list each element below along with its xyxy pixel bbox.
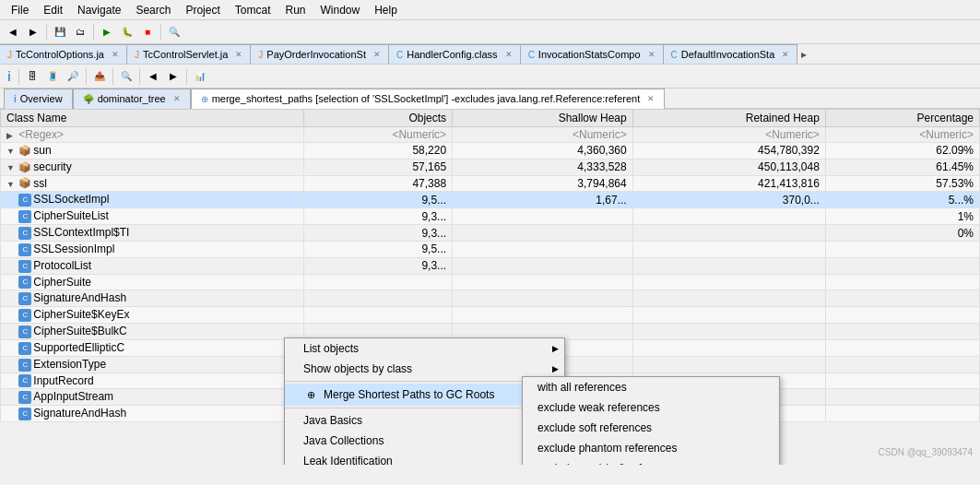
file-tab-0[interactable]: J TcControlOptions.ja ✕ [0,44,127,65]
table-row[interactable]: CSSLSessionImpl 9,5... [1,241,980,257]
search-btn[interactable]: 🔍 [117,67,136,86]
tabs-overflow-btn[interactable]: ▸ [797,46,810,63]
inspector-btn[interactable]: 🔎 [64,67,82,86]
tab-close-0[interactable]: ✕ [112,50,119,59]
submenu-item-excl-weak[interactable]: exclude weak references [523,397,779,418]
submenu-item-excl-soft[interactable]: exclude soft references [523,418,779,438]
view-tab-merge[interactable]: ⊕ merge_shortest_paths [selection of 'SS… [191,89,666,109]
table-row[interactable]: CCipherSuite [1,274,980,290]
cell-classname: CCipherSuite$BulkC [1,324,304,340]
menu-tomcat[interactable]: Tomcat [228,2,278,18]
tab-label-4: InvocationStatsCompo [538,49,641,60]
tab-close-4[interactable]: ✕ [648,50,655,59]
cell-shallow [453,307,633,324]
pkg-icon: 📦 [18,145,31,158]
cell-objects: <Numeric> [304,127,453,143]
debug-button[interactable]: 🐛 [118,23,136,41]
cell-classname: CProtocolList [1,257,304,274]
sep2 [93,24,94,41]
cell-retained [632,257,825,274]
save-all-button[interactable]: 🗂 [71,23,89,41]
cell-shallow: 1,67... [453,192,633,208]
submenu-item-all-refs[interactable]: with all references [523,377,779,397]
col-shallow[interactable]: Shallow Heap [453,110,633,127]
menu-window[interactable]: Window [313,2,368,18]
menu-search[interactable]: Search [128,2,178,18]
menu-file[interactable]: File [4,2,36,18]
cell-pct [825,356,979,373]
cell-objects [304,290,453,307]
expand-icon[interactable]: ▼ [6,147,16,156]
merge-close[interactable]: ✕ [647,94,655,103]
cell-objects [304,274,453,290]
menu-project[interactable]: Project [178,2,227,18]
col-pct[interactable]: Percentage [825,110,979,127]
cell-retained: <Numeric> [632,127,825,143]
back-button[interactable]: ◀ [4,23,22,41]
sep5 [86,68,87,85]
cell-retained [632,339,825,356]
cell-classname: CSignatureAndHash [1,406,304,422]
table-row[interactable]: CSSLContextImpl$TI 9,3... 0% [1,225,980,242]
cell-retained [632,290,825,307]
tab-close-2[interactable]: ✕ [373,50,381,59]
chart-btn[interactable]: 📊 [191,67,209,86]
class-icon: C [18,194,31,207]
watermark: CSDN @qq_39093474 [879,447,973,457]
heap-btn[interactable]: 🗄 [23,67,41,86]
menu-help[interactable]: Help [367,2,405,18]
col-classname[interactable]: Class Name [1,110,304,127]
file-tab-4[interactable]: C InvocationStatsCompo ✕ [521,44,664,65]
table-row[interactable]: ▼ 📦sun 58,220 4,360,360 454,780,392 62.0… [1,143,980,160]
ctx-merge-paths-label: Merge Shortest Paths to GC Roots [324,388,494,401]
cell-retained [632,307,825,324]
file-tab-1[interactable]: J TcControlServlet.ja ✕ [127,44,251,65]
tab-icon-1: J [135,50,139,60]
dominator-close[interactable]: ✕ [173,94,181,103]
file-tab-5[interactable]: C DefaultInvocationSta ✕ [664,44,798,65]
cell-pct: 1% [825,208,979,225]
class-icon: C [18,227,31,240]
table-row[interactable]: CSSLSocketImpl 9,5... 1,67... 370,0... 5… [1,192,980,208]
expand-icon[interactable]: ▼ [6,163,16,172]
ctx-item-list-objects[interactable]: List objects [285,338,564,359]
table-row[interactable]: ▼ 📦security 57,165 4,333,528 450,113,048… [1,159,980,175]
forward-button[interactable]: ▶ [24,23,42,41]
class-icon: C [18,374,31,387]
expand-icon[interactable]: ▼ [6,180,16,189]
thread-btn[interactable]: 🧵 [43,67,62,86]
menu-run[interactable]: Run [277,2,313,18]
table-row[interactable]: CCipherSuiteList 9,3... 1% [1,208,980,225]
file-tab-2[interactable]: J PayOrderInvocationSt ✕ [251,44,389,65]
view-tab-dominator[interactable]: 🌳 dominator_tree ✕ [73,89,191,109]
stop-button[interactable]: ■ [138,23,157,41]
table-row[interactable]: ▼ 📦ssl 47,388 3,794,864 421,413,816 57.5… [1,175,980,192]
overview-icon: i [14,94,17,104]
prev-btn[interactable]: ◀ [144,67,162,86]
col-retained[interactable]: Retained Heap [632,110,825,127]
file-tab-3[interactable]: C HandlerConfig.class ✕ [389,44,521,65]
cell-pct [825,389,979,406]
col-objects[interactable]: Objects [304,110,453,127]
view-tab-overview[interactable]: i Overview [4,89,73,109]
tab-close-3[interactable]: ✕ [505,50,513,59]
table-row[interactable]: CSignatureAndHash [1,290,980,307]
menu-navigate[interactable]: Navigate [70,2,128,18]
save-button[interactable]: 💾 [51,23,69,41]
tab-label-5: DefaultInvocationSta [681,49,775,60]
export-btn[interactable]: 📤 [90,67,109,86]
run-button[interactable]: ▶ [98,23,116,41]
submenu-item-excl-weak-soft[interactable]: exclude weak/soft references [523,458,779,465]
next-btn[interactable]: ▶ [164,67,183,86]
table-row[interactable]: CProtocolList 9,3... [1,257,980,274]
cell-classname: CCipherSuite [1,274,304,290]
search-icon-btn[interactable]: 🔍 [165,23,183,41]
menu-edit[interactable]: Edit [36,2,70,18]
tab-close-1[interactable]: ✕ [235,50,242,59]
submenu-item-excl-phantom[interactable]: exclude phantom references [523,438,779,458]
tab-close-5[interactable]: ✕ [782,50,789,59]
table-row[interactable]: CCipherSuite$KeyEx [1,307,980,324]
expand-icon[interactable]: ▶ [6,131,16,140]
table-row[interactable]: ▶ <Regex> <Numeric> <Numeric> <Numeric> … [1,127,980,143]
cell-pct [825,257,979,274]
